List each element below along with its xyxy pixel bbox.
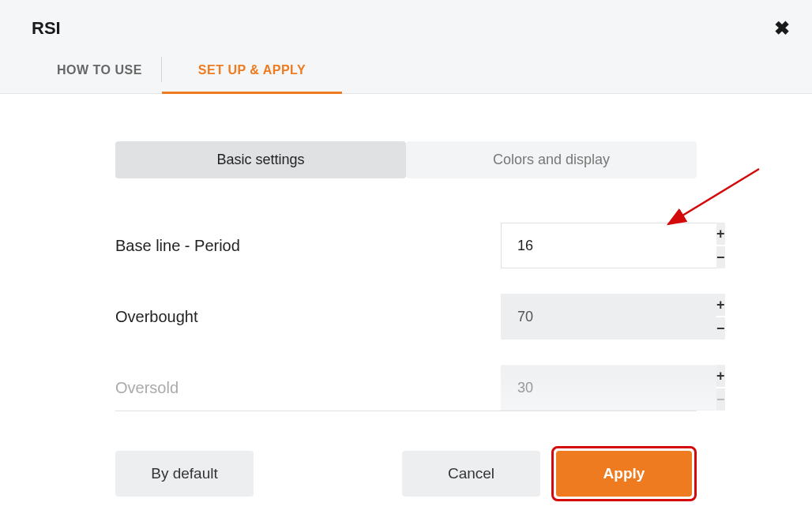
baseline-increment-button[interactable]: + [716,223,725,245]
input-overbought[interactable] [501,294,716,339]
label-oversold: Oversold [115,379,179,397]
close-icon[interactable]: ✖ [768,14,796,43]
label-baseline: Base line - Period [115,237,240,255]
oversold-decrement-button: − [716,388,725,411]
main-tabs: HOW TO USE SET UP & APPLY [0,52,812,94]
input-baseline[interactable] [501,223,716,268]
row-baseline: Base line - Period + − [115,223,697,268]
action-bar: By default Cancel Apply [115,446,697,501]
apply-button[interactable]: Apply [556,451,692,497]
row-overbought: Overbought + − [115,294,697,339]
tab-set-up-apply[interactable]: SET UP & APPLY [162,52,342,94]
by-default-button[interactable]: By default [115,451,254,497]
tab-how-to-use[interactable]: HOW TO USE [38,52,161,93]
oversold-increment-button[interactable]: + [716,365,725,387]
sub-tab-basic[interactable]: Basic settings [115,141,406,178]
label-overbought: Overbought [115,308,198,326]
modal-header: RSI ✖ HOW TO USE SET UP & APPLY [0,0,812,94]
sub-tab-colors[interactable]: Colors and display [406,141,697,178]
row-oversold: Oversold + − [115,365,697,411]
content-area: Basic settings Colors and display Base l… [115,94,697,501]
cancel-button[interactable]: Cancel [402,451,540,497]
stepper-buttons-oversold: + − [716,365,725,411]
form-rows: Base line - Period + − Overbought + − Ov… [115,223,697,411]
right-actions: Cancel Apply [402,446,697,501]
baseline-decrement-button[interactable]: − [716,246,725,268]
input-oversold [501,365,716,411]
stepper-baseline: + − [501,223,697,268]
overbought-decrement-button[interactable]: − [716,317,725,339]
stepper-overbought: + − [501,294,697,339]
title-row: RSI ✖ [0,0,812,52]
apply-highlight-box: Apply [551,446,697,501]
sub-tabs: Basic settings Colors and display [115,141,697,178]
overbought-increment-button[interactable]: + [716,294,725,316]
stepper-buttons-baseline: + − [716,223,725,268]
stepper-buttons-overbought: + − [716,294,725,339]
stepper-oversold: + − [501,365,697,411]
modal-title: RSI [32,18,61,39]
